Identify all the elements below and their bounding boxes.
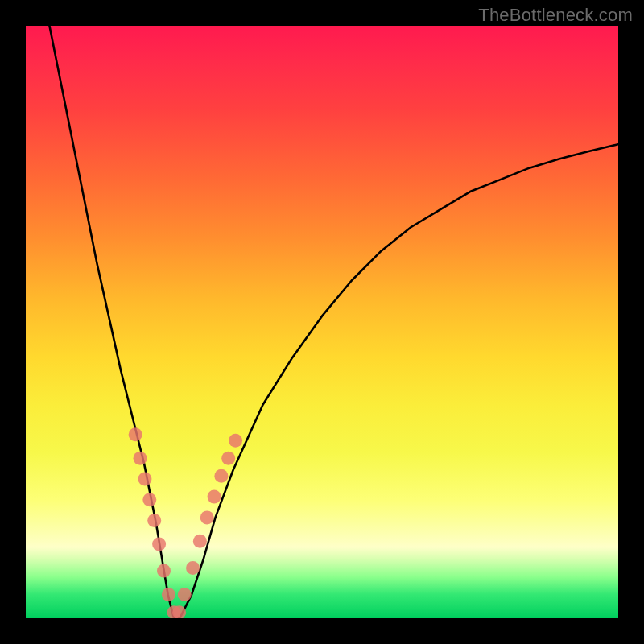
svg-point-13 (200, 510, 214, 524)
svg-point-6 (157, 564, 171, 578)
svg-point-0 (129, 427, 142, 441)
svg-point-14 (208, 490, 221, 504)
svg-point-3 (142, 493, 156, 506)
svg-point-16 (221, 452, 235, 465)
svg-point-1 (134, 452, 147, 465)
watermark-text: TheBottleneck.com (478, 5, 633, 26)
svg-point-2 (138, 473, 151, 486)
svg-point-15 (214, 469, 228, 483)
svg-point-5 (152, 538, 166, 551)
curve-line (49, 26, 618, 618)
plot-area (26, 26, 618, 618)
svg-point-10 (178, 588, 192, 601)
chart-svg (26, 26, 618, 618)
svg-point-11 (186, 561, 200, 575)
svg-point-12 (193, 535, 207, 548)
svg-point-4 (147, 514, 161, 527)
svg-point-17 (229, 434, 242, 448)
chart-frame: TheBottleneck.com (0, 0, 644, 644)
marker-dots (129, 427, 242, 618)
svg-point-7 (162, 588, 175, 601)
